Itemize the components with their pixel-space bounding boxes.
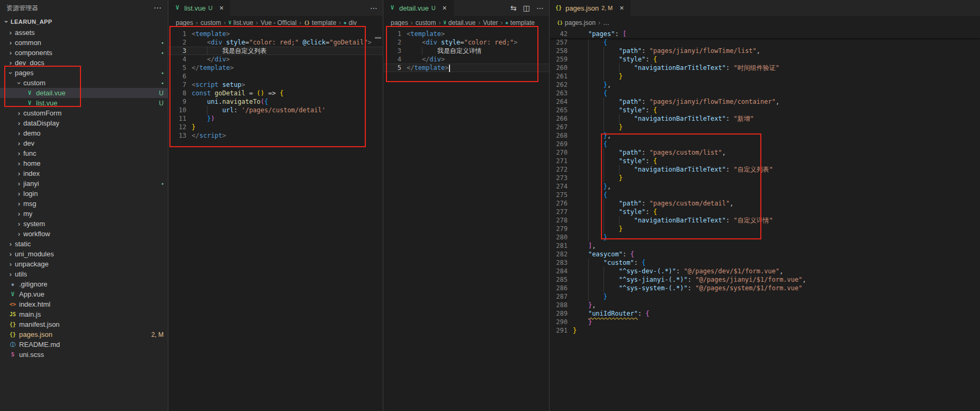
breadcrumb-item-div[interactable]: ❖div: [344, 19, 357, 26]
breadcrumb-item-custom[interactable]: custom: [416, 19, 436, 26]
code-line[interactable]: 2 <div style="color: red;" @click="goDet…: [168, 38, 383, 47]
tree-file-uni-scss[interactable]: Suni.scss: [0, 350, 168, 360]
code-line[interactable]: 277 "style": {: [550, 208, 980, 216]
breadcrumb-item-template[interactable]: {}template: [304, 19, 336, 26]
code-line[interactable]: 7<script setup>: [168, 81, 383, 89]
code-line[interactable]: 271 "style": {: [550, 157, 980, 165]
tree-folder-common[interactable]: ›common●: [0, 38, 168, 48]
breadcrumb-item-vuter[interactable]: Vuter: [483, 19, 498, 26]
code-line[interactable]: 265 "style": {: [550, 106, 980, 114]
more-actions-icon[interactable]: ⋯: [536, 4, 544, 12]
editor-tab-pages-json[interactable]: {}pages.json2, M×: [550, 0, 631, 16]
tree-file-readme-md[interactable]: ⓘREADME.md: [0, 339, 168, 350]
code-line[interactable]: 261 }: [550, 72, 980, 81]
tree-folder-pages[interactable]: ›pages●: [0, 68, 168, 78]
code-line[interactable]: 272 "navigationBarTitleText": "自定义列表": [550, 165, 980, 174]
code-line[interactable]: 268 },: [550, 131, 980, 140]
tree-file-pages-json[interactable]: {}pages.json2, M: [0, 329, 168, 339]
code-line[interactable]: 260 "navigationBarTitleText": "时间组件验证": [550, 64, 980, 72]
code-line[interactable]: 5</template>: [383, 64, 549, 72]
tree-folder-assets[interactable]: ›assets: [0, 28, 168, 38]
breadcrumb-item-pages[interactable]: pages: [391, 19, 408, 26]
code-line[interactable]: 3 我是自定义列表: [168, 47, 383, 55]
tree-folder-uni-modules[interactable]: ›uni_modules: [0, 249, 168, 259]
code-line[interactable]: 281 ],: [550, 242, 980, 250]
code-line[interactable]: 8const goDetail = () => {: [168, 89, 383, 97]
code-line[interactable]: 269 {: [550, 140, 980, 148]
tree-folder-workflow[interactable]: ›workflow: [0, 229, 168, 239]
tree-folder-index[interactable]: ›index: [0, 168, 168, 178]
close-icon[interactable]: ×: [617, 4, 626, 12]
code-line[interactable]: 259 "style": {: [550, 55, 980, 64]
code-line[interactable]: 257 {: [550, 38, 980, 47]
tree-folder-custom[interactable]: ›custom●: [0, 78, 168, 88]
code-line[interactable]: 279 }: [550, 225, 980, 233]
code-line[interactable]: 4 </div>: [168, 55, 383, 64]
code-line[interactable]: 264 "path": "pages/jianyi/flowTime/conta…: [550, 97, 980, 106]
code-line[interactable]: 258 "path": "pages/jianyi/flowTime/list"…: [550, 47, 980, 55]
code-line[interactable]: 266 "navigationBarTitleText": "新增": [550, 114, 980, 123]
tree-folder-dev[interactable]: ›dev: [0, 138, 168, 148]
editor-tab-list-vue[interactable]: Vlist.vueU×: [168, 0, 231, 16]
code-line[interactable]: 274 },: [550, 182, 980, 191]
code-line[interactable]: 267 }: [550, 123, 980, 131]
tree-folder-my[interactable]: ›my: [0, 209, 168, 219]
code-line[interactable]: 11 }): [168, 114, 383, 123]
split-editor-icon[interactable]: ◫: [523, 4, 530, 12]
code-line[interactable]: 278 "navigationBarTitleText": "自定义详情": [550, 216, 980, 225]
tree-file-index-html[interactable]: <>index.html: [0, 299, 168, 309]
code-line[interactable]: 273 }: [550, 174, 980, 182]
code-editor[interactable]: 1<template>2 <div style="color: red;">3 …: [383, 30, 549, 411]
tree-folder-datadisplay[interactable]: ›dataDisplay: [0, 118, 168, 128]
tree-folder-unpackage[interactable]: ›unpackage: [0, 259, 168, 269]
close-icon[interactable]: ×: [217, 4, 226, 12]
code-line[interactable]: 282 "easycom": {: [550, 250, 980, 258]
tree-folder-static[interactable]: ›static: [0, 239, 168, 249]
code-line[interactable]: 284 "^sys-dev-(.*)": "@/pages/dev/$1/for…: [550, 267, 980, 275]
more-actions-icon[interactable]: ⋯: [370, 4, 377, 12]
tree-folder-login[interactable]: ›login: [0, 189, 168, 199]
breadcrumb-item-pages[interactable]: pages: [176, 19, 193, 26]
code-line[interactable]: 3 我是自定义详情: [383, 47, 549, 55]
code-line[interactable]: 286 "^sys-system-(.*)": "@/pages/system/…: [550, 284, 980, 292]
code-line[interactable]: 42 "pages": [: [550, 30, 980, 38]
code-line[interactable]: 5</template>: [168, 64, 383, 72]
editor-tab-detail-vue[interactable]: Vdetail.vueU×: [383, 0, 454, 16]
tree-file-gitignore[interactable]: ◆.gitignore: [0, 279, 168, 289]
close-icon[interactable]: ×: [440, 4, 449, 12]
code-line[interactable]: 289 "uniIdRouter": {: [550, 309, 980, 318]
more-actions-icon[interactable]: ⋯: [154, 3, 161, 13]
workspace-root[interactable]: › LEARUN_APP: [0, 16, 168, 28]
breadcrumb-item-vue-official[interactable]: Vue - Official: [260, 19, 296, 26]
code-line[interactable]: 270 "path": "pages/custom/list",: [550, 148, 980, 157]
tree-file-app-vue[interactable]: VApp.vue: [0, 289, 168, 299]
code-line[interactable]: 276 "path": "pages/custom/detail",: [550, 199, 980, 208]
code-line[interactable]: 2 <div style="color: red;">: [383, 38, 549, 47]
code-line[interactable]: 288 },: [550, 301, 980, 309]
code-line[interactable]: 283 "custom": {: [550, 258, 980, 267]
tree-folder-func[interactable]: ›func: [0, 148, 168, 158]
tree-folder-home[interactable]: ›home: [0, 158, 168, 168]
tree-folder-system[interactable]: ›system: [0, 219, 168, 229]
breadcrumb-item-[interactable]: …: [603, 19, 609, 26]
tree-file-manifest-json[interactable]: {}manifest.json: [0, 319, 168, 329]
code-editor[interactable]: 1<template>2 <div style="color: red;" @c…: [168, 30, 383, 411]
breadcrumb-item-list-vue[interactable]: Vlist.vue: [228, 19, 253, 26]
code-line[interactable]: 263 {: [550, 89, 980, 97]
code-line[interactable]: 1<template>: [383, 30, 549, 38]
code-editor[interactable]: 42 "pages": [257 {258 "path": "pages/jia…: [550, 30, 980, 411]
code-line[interactable]: 10 url: '/pages/custom/detail': [168, 106, 383, 114]
tree-file-list-vue[interactable]: Vlist.vueU: [0, 98, 168, 108]
code-line[interactable]: 9 uni.navigateTo({: [168, 97, 383, 106]
code-line[interactable]: 1<template>: [168, 30, 383, 38]
tree-folder-dev-docs[interactable]: ›dev_docs: [0, 58, 168, 68]
code-line[interactable]: 291}: [550, 326, 980, 335]
code-line[interactable]: 262 },: [550, 81, 980, 89]
tree-file-detail-vue[interactable]: Vdetail.vueU: [0, 88, 168, 98]
code-line[interactable]: 280 }: [550, 233, 980, 242]
tree-folder-customform[interactable]: ›customForm: [0, 108, 168, 118]
tree-folder-demo[interactable]: ›demo: [0, 128, 168, 138]
code-line[interactable]: 4 </div>: [383, 55, 549, 64]
breadcrumb-item-detail-vue[interactable]: Vdetail.vue: [443, 19, 475, 26]
code-line[interactable]: 290 }: [550, 318, 980, 326]
